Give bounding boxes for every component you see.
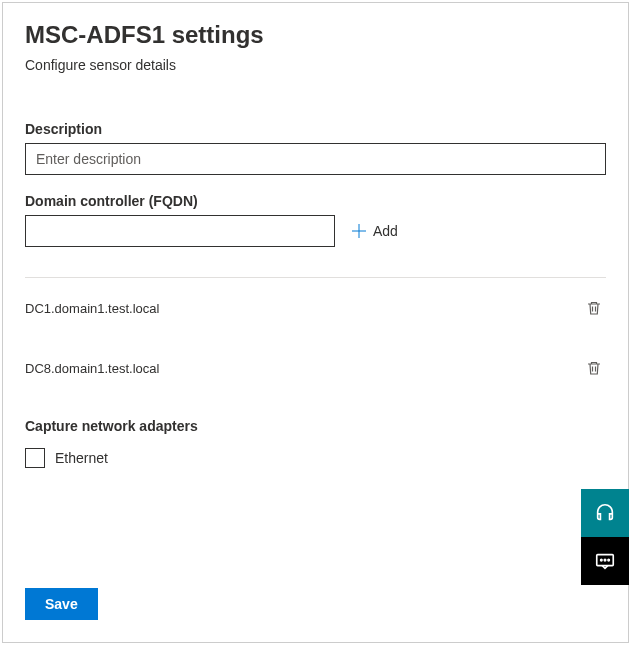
svg-point-4 (604, 559, 605, 560)
page-subtitle: Configure sensor details (25, 57, 606, 73)
adapters-label: Capture network adapters (25, 418, 606, 434)
fqdn-input[interactable] (25, 215, 335, 247)
delete-button[interactable] (582, 296, 606, 320)
fqdn-label: Domain controller (FQDN) (25, 193, 606, 209)
floating-actions (581, 489, 629, 585)
checkbox-row: Ethernet (25, 448, 606, 468)
svg-point-3 (601, 559, 602, 560)
page-title: MSC-ADFS1 settings (25, 21, 606, 49)
dc-name: DC1.domain1.test.local (25, 301, 159, 316)
dc-name: DC8.domain1.test.local (25, 361, 159, 376)
description-input[interactable] (25, 143, 606, 175)
delete-button[interactable] (582, 356, 606, 380)
fqdn-row: Add (25, 215, 606, 247)
svg-point-5 (608, 559, 609, 560)
feedback-button[interactable] (581, 537, 629, 585)
chat-icon (594, 550, 616, 572)
table-row: DC8.domain1.test.local (25, 338, 606, 398)
trash-icon (586, 360, 602, 376)
settings-panel: MSC-ADFS1 settings Configure sensor deta… (2, 2, 629, 643)
trash-icon (586, 300, 602, 316)
add-button[interactable]: Add (345, 219, 404, 243)
support-button[interactable] (581, 489, 629, 537)
ethernet-checkbox[interactable] (25, 448, 45, 468)
table-row: DC1.domain1.test.local (25, 278, 606, 338)
plus-icon (351, 223, 367, 239)
description-label: Description (25, 121, 606, 137)
headset-icon (594, 502, 616, 524)
add-label: Add (373, 223, 398, 239)
checkbox-label: Ethernet (55, 450, 108, 466)
save-button[interactable]: Save (25, 588, 98, 620)
